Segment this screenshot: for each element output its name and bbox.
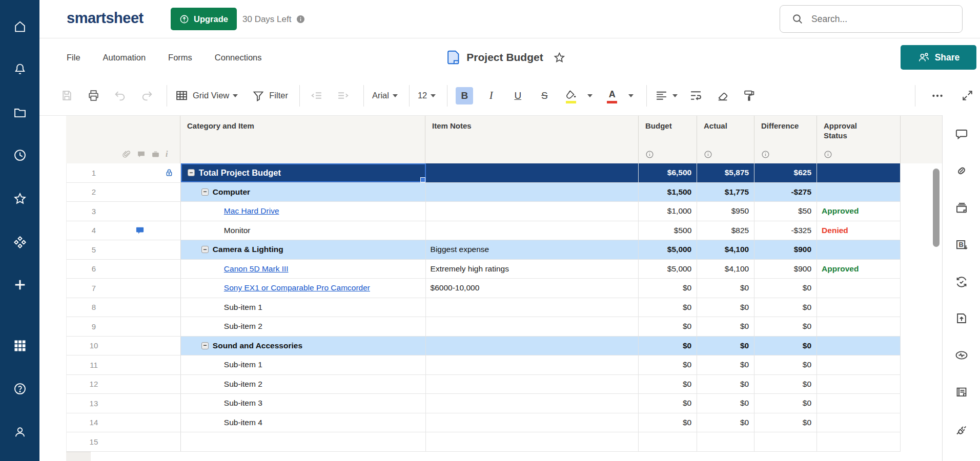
item-link[interactable]: Mac Hard Drive [224,206,279,216]
cell-budget[interactable]: $0 [639,413,697,432]
cell-difference[interactable]: $900 [754,260,817,279]
column-info-icon[interactable] [704,150,712,159]
menu-connections[interactable]: Connections [215,53,262,62]
cell-difference[interactable]: -$325 [754,221,817,240]
cell-approval[interactable] [817,279,901,298]
cell-approval[interactable] [817,413,901,432]
row-gutter[interactable] [121,432,181,451]
cell-actual[interactable]: $0 [697,337,754,355]
cell-actual[interactable]: $825 [697,221,754,240]
column-header-budget[interactable]: Budget [639,116,697,163]
column-info-icon[interactable] [761,150,770,159]
row-gutter[interactable] [121,163,181,182]
brandfolder-icon[interactable]: B [954,238,968,252]
cell-notes[interactable] [426,375,639,394]
cell-actual[interactable]: $0 [697,355,754,374]
fill-color-dropdown[interactable] [586,87,594,104]
cell-category[interactable]: −Total Project Budget [181,163,426,182]
cell-budget[interactable]: $0 [639,355,697,374]
cell-budget[interactable]: $0 [639,279,697,298]
row-number[interactable]: 5 [67,240,121,259]
cell-category[interactable]: Sub-item 2 [181,317,426,336]
cell-notes[interactable]: Extremely high ratings [426,260,639,279]
menu-forms[interactable]: Forms [168,53,192,62]
more-options-icon[interactable] [929,87,946,104]
cell-notes[interactable] [426,432,639,451]
underline-button[interactable]: U [509,87,526,104]
cell-budget[interactable]: $5,000 [639,240,697,259]
save-button[interactable] [58,87,75,104]
cell-actual[interactable]: $1,775 [697,183,754,202]
cell-approval[interactable] [817,355,901,374]
cell-budget[interactable]: $1,000 [639,202,697,221]
cell-difference[interactable]: $0 [754,413,817,432]
favorite-star-icon[interactable] [553,51,566,64]
row-number[interactable]: 8 [67,298,121,317]
column-header-difference[interactable]: Difference [754,116,817,163]
cell-category[interactable]: Sub-item 3 [181,394,426,413]
row-gutter[interactable] [121,183,181,202]
column-header-category[interactable]: Category and Item [180,116,425,163]
cell-approval[interactable] [817,375,901,394]
corner-header-cell[interactable] [66,116,120,163]
cell-budget[interactable]: $0 [639,394,697,413]
row-number[interactable]: 15 [67,432,121,451]
favorites-star-icon[interactable] [13,192,27,206]
cell-notes[interactable] [426,221,639,240]
cell-actual[interactable]: $4,100 [697,260,754,279]
app-launcher-grid-icon[interactable] [13,339,27,353]
cell-category[interactable]: Sub-item 2 [181,375,426,394]
cell-notes[interactable]: Biggest expense [426,240,639,259]
column-header-notes[interactable]: Item Notes [425,116,639,163]
cell-category[interactable]: Mac Hard Drive [181,202,426,221]
cell-budget[interactable]: $1,500 [639,183,697,202]
row-number[interactable]: 4 [67,221,121,240]
indent-button[interactable] [335,87,352,104]
clear-format-eraser-button[interactable] [713,87,731,104]
attachment-paperclip-icon[interactable] [122,150,131,159]
cell-difference[interactable]: $0 [754,279,817,298]
cell-category[interactable]: Canon 5D Mark III [181,260,426,279]
cell-difference[interactable] [754,432,817,451]
cell-approval[interactable]: Denied [817,221,901,240]
collapse-toggle[interactable]: − [188,169,195,176]
connections-plug-icon[interactable] [954,423,968,436]
italic-button[interactable]: I [482,87,500,104]
help-icon[interactable] [13,382,27,396]
menu-automation[interactable]: Automation [103,53,146,62]
column-info-icon[interactable] [824,150,832,159]
row-gutter[interactable] [121,221,181,240]
collapse-toggle[interactable]: − [201,246,209,253]
cell-difference[interactable]: $0 [754,298,817,317]
cell-budget[interactable]: $5,000 [639,260,697,279]
cell-budget[interactable]: $500 [639,221,697,240]
browse-folder-icon[interactable] [13,106,27,120]
cell-difference[interactable]: $50 [754,202,817,221]
cell-notes[interactable] [426,202,639,221]
row-number[interactable]: 2 [67,183,121,202]
expand-fullscreen-icon[interactable] [958,87,976,104]
share-button[interactable]: Share [901,45,976,70]
row-gutter[interactable] [121,355,181,374]
cell-difference[interactable]: $0 [754,355,817,374]
row-info-icon[interactable]: i [166,149,168,159]
cell-notes[interactable] [426,355,639,374]
cell-actual[interactable]: $950 [697,202,754,221]
undo-button[interactable] [111,87,129,104]
cell-approval[interactable] [817,183,901,202]
conversations-icon[interactable] [954,128,968,141]
cell-actual[interactable]: $0 [697,317,754,336]
upgrade-button[interactable]: Upgrade [171,8,237,30]
cell-budget[interactable]: $0 [639,375,697,394]
cell-budget[interactable]: $0 [639,317,697,336]
cell-notes[interactable] [426,337,639,355]
wrap-text-button[interactable] [687,87,704,104]
create-plus-icon[interactable] [13,278,27,292]
view-selector[interactable]: Grid View [175,87,238,104]
cell-approval[interactable]: Approved [817,202,901,221]
menu-file[interactable]: File [67,53,80,62]
cell-budget[interactable]: $6,500 [639,163,697,182]
bold-button[interactable]: B [456,87,473,104]
cell-notes[interactable] [426,183,639,202]
cell-actual[interactable]: $0 [697,413,754,432]
